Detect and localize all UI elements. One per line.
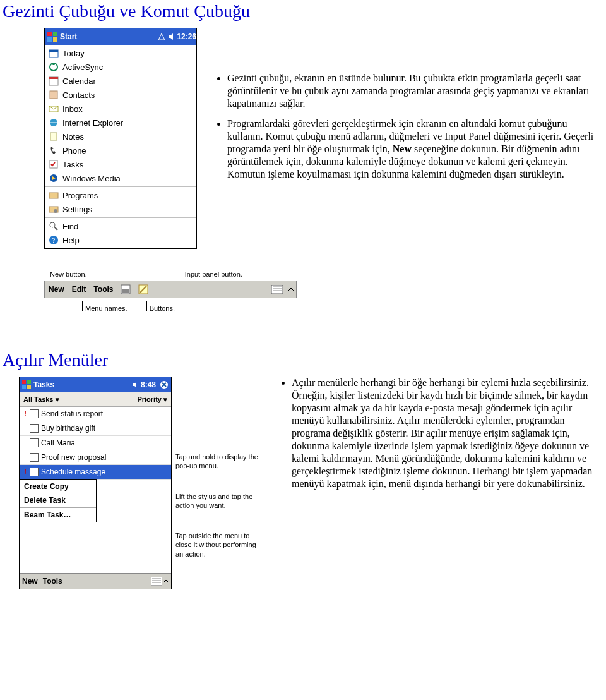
start-label: Start <box>60 32 77 41</box>
task-checkbox[interactable] <box>30 468 39 476</box>
contacts-icon <box>49 90 59 100</box>
task-row[interactable]: Buy birthday gift <box>20 421 171 436</box>
svg-rect-8 <box>49 77 58 79</box>
task-text: Schedule massage <box>41 468 105 476</box>
task-checkbox[interactable] <box>30 409 39 418</box>
section2-text: Açılır menülerle herhangi bir öğe herhan… <box>264 377 606 490</box>
button1-icon[interactable] <box>118 282 133 297</box>
svg-rect-31 <box>27 380 31 384</box>
tasks-subheader: All Tasks ▾ Priority ▾ <box>20 392 171 407</box>
command-bar-diagram: New button. Input panel button. New Edit… <box>44 268 297 312</box>
svg-rect-0 <box>47 32 52 36</box>
menu-label: Inbox <box>62 104 83 114</box>
menu-label: Tasks <box>62 160 83 169</box>
task-text: Buy birthday gift <box>41 424 95 433</box>
tasks-blank-area <box>20 522 171 573</box>
calendar-icon <box>49 76 59 86</box>
annot-input-panel: Input panel button. <box>185 270 242 278</box>
input-panel-icon[interactable] <box>151 577 162 586</box>
task-row[interactable]: !Schedule massage <box>20 465 171 480</box>
menu-label: Help <box>62 236 80 245</box>
menu-item-notes[interactable]: Notes <box>45 130 196 143</box>
input-arrow-icon[interactable] <box>163 579 169 584</box>
tasks-command-bar: New Tools <box>20 573 171 589</box>
menu-item-activesync[interactable]: ActiveSync <box>45 60 196 74</box>
chevron-down-icon: ▾ <box>163 395 167 403</box>
tasks-icon <box>49 159 59 169</box>
menu-item-contacts[interactable]: Contacts <box>45 88 196 102</box>
svg-rect-12 <box>50 133 57 140</box>
task-checkbox[interactable] <box>30 453 39 462</box>
bullet-2: Programlardaki görevleri gerçekleştirmek… <box>227 118 600 181</box>
ie-icon <box>49 118 59 128</box>
tasks-cmd-tools[interactable]: Tools <box>43 577 62 586</box>
heading-section1: Gezinti Çubuğu ve Komut Çubuğu <box>3 1 606 21</box>
task-text: Proof new proposal <box>41 453 106 462</box>
task-row[interactable]: Call Maria <box>20 436 171 450</box>
inbox-icon <box>49 104 59 114</box>
menu-item-settings[interactable]: Settings <box>45 202 196 216</box>
volume-icon <box>133 382 139 388</box>
task-checkbox[interactable] <box>30 424 39 433</box>
close-icon[interactable] <box>160 380 169 389</box>
menu-label: Programs <box>62 191 98 200</box>
menu-item-tasks[interactable]: Tasks <box>45 157 196 171</box>
section1-text: Gezinti çubuğu, ekranın en üstünde bulun… <box>197 28 606 188</box>
annot-new-button: New button. <box>50 270 87 278</box>
menu-item-ie[interactable]: Internet Explorer <box>45 116 196 130</box>
menu-item-today[interactable]: Today <box>45 46 196 60</box>
menu-item-programs[interactable]: Programs <box>45 188 196 202</box>
svg-rect-32 <box>22 385 26 389</box>
task-row[interactable]: Proof new proposal <box>20 450 171 465</box>
svg-rect-23 <box>122 289 129 293</box>
menu-item-inbox[interactable]: Inbox <box>45 102 196 116</box>
svg-rect-33 <box>27 385 31 389</box>
priority-icon: ! <box>22 409 28 418</box>
menu-label: Settings <box>62 205 92 214</box>
today-icon <box>49 48 59 58</box>
annot-lift-tap: Lift the stylus and tap the action you w… <box>175 493 252 509</box>
task-text: Send status report <box>41 409 103 418</box>
menu-item-find[interactable]: Find <box>45 219 196 233</box>
priority-dropdown[interactable]: Priority <box>137 395 162 403</box>
heading-section2: Açılır Menüler <box>3 350 606 370</box>
signal-icon <box>158 33 165 40</box>
popup-delete-task[interactable]: Delete Task <box>20 493 96 507</box>
cmd-new[interactable]: New <box>45 285 68 294</box>
programs-icon <box>49 190 59 200</box>
cmd-edit[interactable]: Edit <box>68 285 90 294</box>
menu-label: Internet Explorer <box>62 118 123 128</box>
volume-icon <box>168 33 175 40</box>
tasks-cmd-new[interactable]: New <box>22 577 38 586</box>
priority-icon: ! <box>22 468 28 476</box>
button2-icon[interactable] <box>136 282 151 297</box>
settings-icon <box>49 204 59 214</box>
help-icon: ? <box>49 235 59 245</box>
section2-bullet: Açılır menülerle herhangi bir öğe herhan… <box>292 377 597 490</box>
svg-rect-15 <box>49 193 58 198</box>
all-tasks-dropdown[interactable]: All Tasks <box>23 395 54 403</box>
tasks-clock: 8:48 <box>141 380 156 389</box>
menu-item-calendar[interactable]: Calendar <box>45 74 196 88</box>
popup-create-copy[interactable]: Create Copy <box>20 480 96 493</box>
menu-item-wm[interactable]: Windows Media <box>45 171 196 185</box>
cmd-tools[interactable]: Tools <box>90 285 117 294</box>
input-arrow-icon[interactable] <box>287 282 295 297</box>
input-panel-icon[interactable] <box>270 282 285 297</box>
task-text: Call Maria <box>41 438 75 447</box>
notes-icon <box>49 131 59 142</box>
annot-tap-outside: Tap outside the menu to close it without… <box>175 532 256 558</box>
svg-rect-30 <box>22 380 26 384</box>
popup-beam-task[interactable]: Beam Task… <box>20 507 96 522</box>
menu-separator <box>45 217 196 218</box>
menu-label: ActiveSync <box>62 63 103 72</box>
task-checkbox[interactable] <box>30 438 39 447</box>
menu-label: Phone <box>62 146 86 155</box>
svg-rect-9 <box>50 91 57 99</box>
menu-item-phone[interactable]: Phone <box>45 143 196 157</box>
task-row[interactable]: !Send status report <box>20 407 171 421</box>
phone-icon <box>49 145 59 155</box>
windows-flag-icon <box>47 32 57 42</box>
menu-item-help[interactable]: ?Help <box>45 233 196 247</box>
chevron-down-icon: ▾ <box>56 395 59 403</box>
